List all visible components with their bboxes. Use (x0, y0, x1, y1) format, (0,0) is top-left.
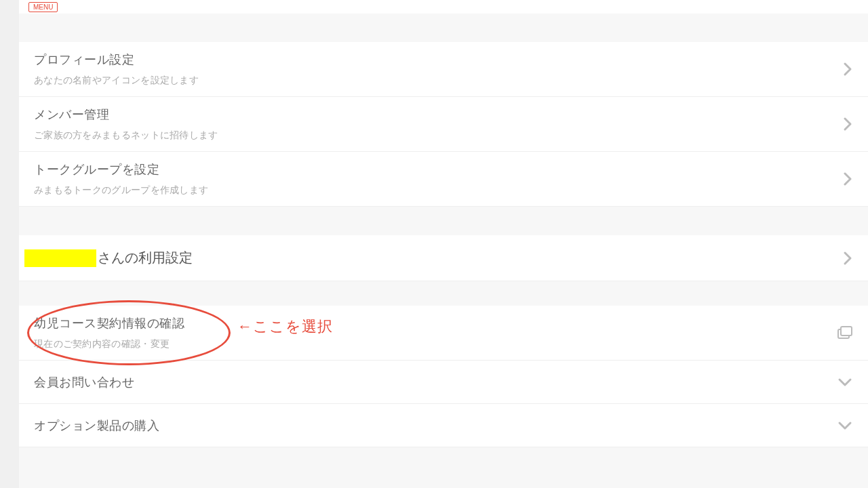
item-subtitle: みまもるトークのグループを作成します (34, 184, 834, 197)
item-subtitle: 現在のご契約内容の確認・変更 (34, 338, 837, 350)
usage-settings-item[interactable]: さんの利用設定 (19, 235, 868, 281)
item-title: メンバー管理 (34, 106, 834, 123)
svg-rect-1 (841, 327, 852, 336)
contract-info-item[interactable]: 幼児コース契約情報の確認 現在のご契約内容の確認・変更 (19, 306, 868, 361)
external-link-icon (837, 325, 853, 340)
section-spacer (19, 281, 868, 306)
chevron-down-icon (837, 420, 853, 431)
item-title: 幼児コース契約情報の確認 (34, 315, 837, 331)
chevron-right-icon (842, 171, 853, 187)
chevron-down-icon (837, 377, 853, 388)
profile-settings-item[interactable]: プロフィール設定 あなたの名前やアイコンを設定します (19, 42, 868, 97)
chevron-right-icon (842, 250, 853, 266)
item-title: オプション製品の購入 (34, 418, 829, 434)
item-title: 会員お問い合わせ (34, 374, 829, 390)
item-title: トークグループを設定 (34, 161, 834, 178)
usage-suffix: さんの利用設定 (98, 249, 193, 267)
item-title: プロフィール設定 (34, 52, 834, 68)
member-management-item[interactable]: メンバー管理 ご家族の方をみまもるネットに招待します (19, 97, 868, 152)
member-inquiry-item[interactable]: 会員お問い合わせ (19, 361, 868, 404)
section-spacer (19, 207, 868, 235)
menu-badge: MENU (28, 2, 58, 12)
bottom-spacer (19, 447, 868, 488)
talk-group-item[interactable]: トークグループを設定 みまもるトークのグループを作成します (19, 152, 868, 207)
item-subtitle: ご家族の方をみまもるネットに招待します (34, 129, 834, 142)
item-subtitle: あなたの名前やアイコンを設定します (34, 75, 834, 87)
redacted-name (24, 249, 96, 267)
chevron-right-icon (842, 116, 853, 132)
option-purchase-item[interactable]: オプション製品の購入 (19, 404, 868, 447)
chevron-right-icon (842, 61, 853, 77)
section-spacer (19, 14, 868, 42)
